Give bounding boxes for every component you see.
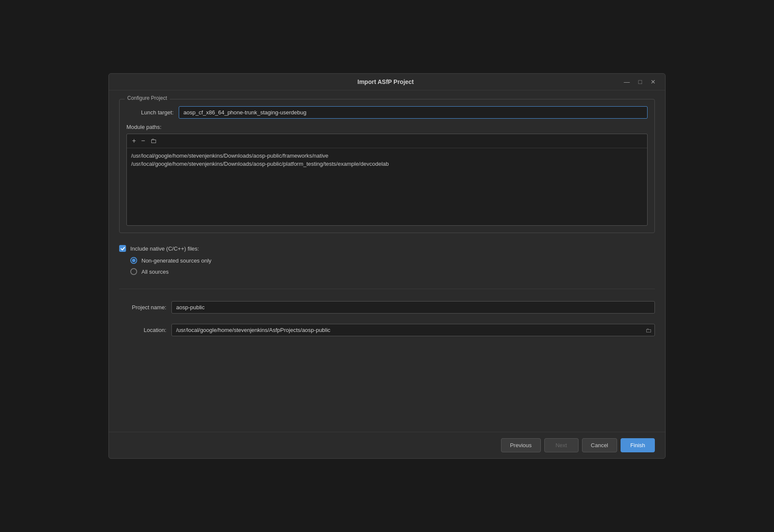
title-bar-center: Import ASfP Project [150, 78, 621, 86]
module-paths-label: Module paths: [126, 124, 648, 130]
dialog-footer: Previous Next Cancel Finish [109, 432, 665, 458]
bottom-fields: Project name: Location: 🗀 [119, 298, 655, 341]
project-name-row: Project name: [119, 301, 655, 314]
non-generated-radio-row[interactable]: Non-generated sources only [130, 257, 655, 264]
close-button[interactable]: ✕ [648, 78, 658, 86]
list-item: /usr/local/google/home/stevenjenkins/Dow… [131, 160, 643, 168]
minimize-button[interactable]: — [621, 78, 633, 86]
location-row: Location: 🗀 [119, 324, 655, 336]
include-native-label: Include native (C/C++) files: [130, 245, 199, 252]
section-label: Configure Project [125, 95, 170, 101]
location-browse-button[interactable]: 🗀 [645, 326, 652, 335]
all-sources-radio-row[interactable]: All sources [130, 268, 655, 275]
lunch-target-input[interactable] [179, 106, 648, 119]
title-bar: Import ASfP Project — □ ✕ [109, 74, 665, 90]
browse-path-button[interactable]: 🗀 [149, 137, 159, 145]
include-native-row[interactable]: Include native (C/C++) files: [119, 245, 655, 252]
module-paths-container: + − 🗀 /usr/local/google/home/stevenjenki… [126, 134, 648, 226]
lunch-target-row: Lunch target: [126, 106, 648, 119]
module-paths-wrapper: Module paths: + − 🗀 /usr/local/google/ho… [126, 124, 648, 226]
module-paths-list: /usr/local/google/home/stevenjenkins/Dow… [127, 148, 647, 225]
finish-button[interactable]: Finish [621, 438, 655, 452]
project-name-input[interactable] [171, 301, 655, 314]
next-button[interactable]: Next [544, 438, 579, 452]
add-path-button[interactable]: + [130, 137, 138, 145]
location-label: Location: [119, 327, 166, 333]
title-bar-controls: — □ ✕ [621, 78, 658, 86]
list-item: /usr/local/google/home/stevenjenkins/Dow… [131, 152, 643, 160]
all-sources-radio[interactable] [130, 268, 137, 275]
lunch-target-label: Lunch target: [126, 109, 174, 116]
options-section: Include native (C/C++) files: Non-genera… [119, 240, 655, 280]
remove-path-button[interactable]: − [139, 137, 147, 145]
maximize-button[interactable]: □ [636, 78, 645, 86]
configure-project-section: Configure Project Lunch target: Module p… [119, 99, 655, 233]
module-paths-toolbar: + − 🗀 [127, 134, 647, 148]
non-generated-label: Non-generated sources only [141, 257, 211, 264]
location-folder-icon: 🗀 [645, 327, 651, 334]
location-input-wrapper: 🗀 [171, 324, 655, 336]
project-name-label: Project name: [119, 304, 166, 311]
dialog-content: Configure Project Lunch target: Module p… [109, 90, 665, 432]
previous-button[interactable]: Previous [501, 438, 541, 452]
cancel-button[interactable]: Cancel [582, 438, 617, 452]
location-input[interactable] [171, 324, 655, 336]
folder-icon: 🗀 [150, 137, 157, 144]
include-native-checkbox[interactable] [119, 245, 126, 252]
non-generated-radio[interactable] [130, 257, 137, 264]
separator [119, 289, 655, 289]
all-sources-label: All sources [141, 269, 169, 275]
radio-group: Non-generated sources only All sources [130, 257, 655, 275]
dialog-title: Import ASfP Project [357, 78, 414, 85]
import-dialog: Import ASfP Project — □ ✕ Configure Proj… [108, 73, 666, 459]
